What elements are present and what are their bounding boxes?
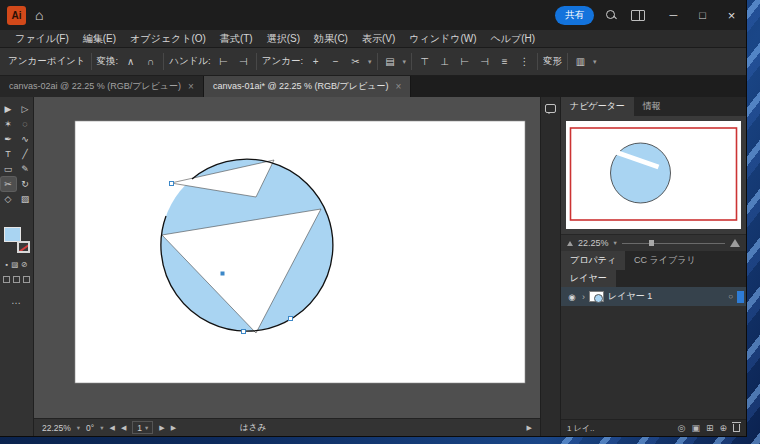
tab-properties[interactable]: プロパティ bbox=[561, 251, 625, 270]
direct-selection-tool[interactable]: ▷ bbox=[18, 102, 33, 116]
zoom-slider[interactable] bbox=[622, 243, 725, 244]
handles-show-icon[interactable]: ⊢ bbox=[216, 54, 231, 70]
menu-file[interactable]: ファイル(F) bbox=[8, 32, 76, 46]
rectangle-tool[interactable]: ▭ bbox=[1, 162, 16, 176]
tab-layers[interactable]: レイヤー bbox=[561, 270, 616, 287]
scroll-right-icon[interactable]: ▶ bbox=[527, 424, 532, 432]
artboard-number-select[interactable]: 1 ▾ bbox=[132, 421, 153, 434]
minimize-button[interactable]: ─ bbox=[659, 0, 688, 30]
navigator-zoom-value[interactable]: 22.25% bbox=[578, 238, 609, 248]
menu-effect[interactable]: 効果(C) bbox=[307, 32, 355, 46]
expand-layer-icon[interactable]: › bbox=[582, 292, 585, 302]
target-circle-icon[interactable]: ○ bbox=[728, 292, 733, 301]
close-button[interactable]: × bbox=[717, 0, 746, 30]
align-left-icon[interactable]: ⊢ bbox=[457, 54, 472, 70]
gradient-tool[interactable]: ▨ bbox=[18, 192, 33, 206]
anchor-point[interactable] bbox=[289, 317, 293, 321]
tab-info[interactable]: 情報 bbox=[634, 97, 670, 116]
anchor-dropdown-icon[interactable]: ▾ bbox=[368, 58, 372, 66]
cut-path-icon[interactable]: ✂ bbox=[348, 54, 363, 70]
new-layer-icon[interactable]: ⊕ bbox=[719, 423, 727, 433]
menu-select[interactable]: 選択(S) bbox=[260, 32, 307, 46]
workspace-layout-icon[interactable] bbox=[631, 10, 645, 21]
menu-window[interactable]: ウィンドウ(W) bbox=[402, 32, 483, 46]
zoom-dropdown-icon[interactable]: ▾ bbox=[77, 424, 80, 432]
align-bottom-icon[interactable]: ⊥ bbox=[437, 54, 452, 70]
locate-object-icon[interactable]: ◎ bbox=[678, 423, 686, 433]
menu-object[interactable]: オブジェクト(O) bbox=[123, 32, 213, 46]
next-artboard-icon[interactable]: ▶ bbox=[159, 424, 164, 432]
close-tab-icon[interactable]: × bbox=[188, 81, 194, 92]
anchor-point[interactable] bbox=[170, 182, 174, 186]
menu-view[interactable]: 表示(V) bbox=[355, 32, 402, 46]
draw-inside-icon[interactable] bbox=[23, 276, 30, 283]
anchor-point-selected[interactable] bbox=[221, 272, 225, 276]
paintbrush-tool[interactable]: ✎ bbox=[18, 162, 33, 176]
add-anchor-icon[interactable]: + bbox=[308, 54, 323, 70]
zoom-slider-thumb[interactable] bbox=[649, 240, 654, 246]
first-artboard-icon[interactable]: ◀ bbox=[110, 424, 115, 432]
scale-tool[interactable]: ◇ bbox=[1, 192, 16, 206]
draw-normal-icon[interactable] bbox=[3, 276, 10, 283]
lasso-tool[interactable]: ◌ bbox=[18, 117, 33, 131]
previous-artboard-icon[interactable]: ◀ bbox=[121, 424, 126, 432]
line-tool[interactable]: ╱ bbox=[18, 147, 33, 161]
document-tab-canvas-02[interactable]: canvas-02ai @ 22.25 % (RGB/プレビュー) × bbox=[0, 76, 204, 97]
rotation-dropdown-icon[interactable]: ▾ bbox=[100, 424, 103, 432]
draw-behind-icon[interactable] bbox=[13, 276, 20, 283]
menu-type[interactable]: 書式(T) bbox=[213, 32, 260, 46]
home-icon[interactable]: ⌂ bbox=[35, 8, 43, 22]
curvature-tool[interactable]: ∿ bbox=[18, 132, 33, 146]
menu-help[interactable]: ヘルプ(H) bbox=[484, 32, 543, 46]
rotate-tool[interactable]: ↻ bbox=[18, 177, 33, 191]
convert-corner-icon[interactable]: ∧ bbox=[123, 54, 138, 70]
status-zoom-value[interactable]: 22.25% bbox=[42, 423, 71, 433]
zoom-in-icon[interactable] bbox=[730, 239, 740, 247]
illustrator-app-icon[interactable]: Ai bbox=[7, 6, 26, 25]
edit-toolbar-icon[interactable]: … bbox=[11, 295, 22, 306]
color-mode-icon[interactable]: ▪ bbox=[5, 260, 8, 269]
share-button[interactable]: 共有 bbox=[555, 6, 594, 25]
comment-icon[interactable] bbox=[545, 104, 556, 113]
tab-cc-libraries[interactable]: CC ライブラリ bbox=[625, 251, 705, 270]
type-tool[interactable]: T bbox=[1, 147, 16, 161]
canvas[interactable] bbox=[34, 97, 540, 418]
navigator-zoom-dropdown-icon[interactable]: ▾ bbox=[614, 239, 617, 247]
convert-smooth-icon[interactable]: ∩ bbox=[143, 54, 158, 70]
fill-color-swatch[interactable] bbox=[4, 227, 21, 242]
layer-selection-chip[interactable] bbox=[737, 291, 744, 303]
panel-toggle-dropdown-icon[interactable]: ▾ bbox=[593, 58, 597, 66]
transform-label[interactable]: 変形 bbox=[543, 55, 562, 68]
last-artboard-icon[interactable]: ▶ bbox=[171, 424, 176, 432]
anchor-point[interactable] bbox=[242, 330, 246, 334]
make-mask-icon[interactable]: ▣ bbox=[691, 423, 700, 433]
document-setup-icon[interactable]: ▤ bbox=[383, 54, 398, 70]
new-sublayer-icon[interactable]: ⊞ bbox=[706, 423, 714, 433]
magic-wand-tool[interactable]: ✶ bbox=[1, 117, 16, 131]
visibility-eye-icon[interactable]: ◉ bbox=[566, 292, 578, 302]
gradient-mode-icon[interactable]: ▨ bbox=[11, 260, 18, 269]
document-setup-dropdown-icon[interactable]: ▾ bbox=[403, 58, 407, 66]
search-icon[interactable] bbox=[606, 10, 617, 21]
navigator-preview[interactable] bbox=[566, 121, 741, 229]
pen-tool[interactable]: ✒ bbox=[1, 132, 16, 146]
align-center-icon[interactable]: ≡ bbox=[497, 54, 512, 70]
handles-hide-icon[interactable]: ⊣ bbox=[236, 54, 251, 70]
layer-row[interactable]: ◉ › レイヤー 1 ○ bbox=[561, 287, 746, 306]
align-top-icon[interactable]: ⊤ bbox=[417, 54, 432, 70]
remove-anchor-icon[interactable]: − bbox=[328, 54, 343, 70]
tab-navigator[interactable]: ナビゲーター bbox=[561, 97, 634, 116]
status-rotation-value[interactable]: 0° bbox=[86, 423, 94, 433]
distribute-icon[interactable]: ⋮ bbox=[517, 54, 532, 70]
document-tab-canvas-01[interactable]: canvas-01ai* @ 22.25 % (RGB/プレビュー) × bbox=[204, 76, 411, 97]
stroke-color-swatch[interactable] bbox=[17, 241, 30, 253]
selection-tool[interactable]: ▶ bbox=[1, 102, 16, 116]
menu-edit[interactable]: 編集(E) bbox=[76, 32, 123, 46]
close-tab-icon[interactable]: × bbox=[395, 81, 401, 92]
delete-layer-icon[interactable] bbox=[733, 424, 740, 432]
none-mode-icon[interactable]: ⊘ bbox=[21, 260, 27, 269]
maximize-button[interactable]: □ bbox=[688, 0, 717, 30]
layer-name[interactable]: レイヤー 1 bbox=[608, 290, 724, 303]
align-right-icon[interactable]: ⊣ bbox=[477, 54, 492, 70]
layer-thumbnail[interactable] bbox=[589, 291, 604, 302]
